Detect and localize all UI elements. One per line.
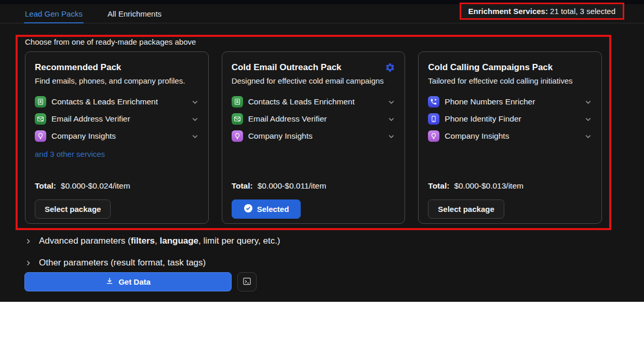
packages-heading: Choose from one of ready-made packages a… <box>25 37 609 46</box>
service-name: Phone Numbers Enricher <box>445 97 584 106</box>
service-row[interactable]: Phone Numbers Enricher <box>428 96 592 108</box>
select-package-label: Select package <box>438 205 494 213</box>
service-list: Phone Numbers Enricher Phone Identity Fi… <box>428 96 592 174</box>
chevron-right-icon <box>25 238 32 245</box>
pack-card-recommended: Recommended Pack Find emails, phones, an… <box>25 51 209 224</box>
total-label: Total: <box>232 181 253 190</box>
total-label: Total: <box>428 181 449 190</box>
selected-package-button[interactable]: Selected <box>232 199 301 219</box>
total-value: $0.000-$0.011/item <box>258 181 326 190</box>
chevron-down-icon[interactable] <box>584 115 592 123</box>
email-check-icon <box>35 113 46 125</box>
chevron-right-icon <box>25 260 32 266</box>
enrichment-app: Lead Gen Packs All Enrichments Enrichmen… <box>0 0 644 302</box>
terminal-icon <box>243 277 251 287</box>
service-name: Email Address Verifier <box>248 114 387 124</box>
service-name: Company Insights <box>248 131 387 141</box>
chevron-down-icon[interactable] <box>584 98 592 106</box>
pack-total: Total:$0.000-$0.024/item <box>35 181 199 191</box>
select-package-label: Select package <box>45 205 101 213</box>
tab-bar: Lead Gen Packs All Enrichments Enrichmen… <box>0 4 644 23</box>
mobile-phone-icon <box>428 113 439 125</box>
chevron-down-icon[interactable] <box>387 132 395 140</box>
pack-description: Designed for effective cold email campai… <box>232 76 396 85</box>
more-services-link[interactable]: and 3 other services <box>35 150 105 158</box>
pack-description: Tailored for effective cold calling init… <box>428 76 592 85</box>
pack-description: Find emails, phones, and company profile… <box>35 76 199 85</box>
lightbulb-icon <box>428 130 439 142</box>
total-value: $0.000-$0.013/item <box>454 181 524 190</box>
pack-cards: Recommended Pack Find emails, phones, an… <box>25 51 602 224</box>
gear-icon <box>385 66 395 74</box>
enrichment-services-summary: Enrichment Services: 21 total, 3 selecte… <box>460 3 625 20</box>
pack-title: Cold Email Outreach Pack <box>232 62 342 73</box>
other-parameters-expander[interactable]: Other parameters (result format, task ta… <box>25 258 644 268</box>
chevron-down-icon[interactable] <box>584 132 592 140</box>
tab-lead-gen-packs-label: Lead Gen Packs <box>25 9 83 18</box>
lightbulb-icon <box>232 130 243 142</box>
chevron-down-icon[interactable] <box>191 98 199 106</box>
select-package-button[interactable]: Select package <box>35 199 111 219</box>
chevron-down-icon[interactable] <box>387 115 395 123</box>
selected-package-label: Selected <box>257 205 289 213</box>
service-row[interactable]: Company Insights <box>428 130 592 142</box>
tab-lead-gen-packs[interactable]: Lead Gen Packs <box>24 4 84 23</box>
advanced-parameters-expander[interactable]: Advanced parameters (filters, language, … <box>25 236 644 246</box>
advanced-parameters-label: Advanced parameters (filters, language, … <box>39 236 280 246</box>
pack-total: Total:$0.000-$0.011/item <box>232 181 396 191</box>
page-bottom-whitespace <box>0 302 644 347</box>
packages-region: Choose from one of ready-made packages a… <box>16 35 611 230</box>
pack-title: Recommended Pack <box>35 62 121 73</box>
total-value: $0.000-$0.024/item <box>61 181 130 190</box>
pack-settings-button[interactable] <box>385 62 395 73</box>
service-name: Email Address Verifier <box>51 114 191 124</box>
service-name: Contacts & Leads Enrichment <box>248 97 387 106</box>
service-name: Phone Identity Finder <box>445 114 584 124</box>
terminal-button[interactable] <box>237 272 257 291</box>
tab-all-enrichments[interactable]: All Enrichments <box>106 4 163 23</box>
contacts-icon <box>232 96 243 108</box>
get-data-label: Get Data <box>118 277 151 286</box>
service-row[interactable]: Phone Identity Finder <box>428 113 592 125</box>
service-row[interactable]: Contacts & Leads Enrichment <box>35 96 199 108</box>
pack-total: Total:$0.000-$0.013/item <box>428 181 592 191</box>
service-list: Contacts & Leads Enrichment Email Addres… <box>232 96 396 174</box>
get-data-button[interactable]: Get Data <box>24 272 232 291</box>
total-label: Total: <box>35 181 56 190</box>
chevron-down-icon[interactable] <box>387 98 395 106</box>
service-row[interactable]: Contacts & Leads Enrichment <box>232 96 396 108</box>
service-name: Company Insights <box>51 131 191 141</box>
action-row: Get Data <box>24 272 257 291</box>
service-list: Contacts & Leads Enrichment Email Addres… <box>35 96 199 174</box>
select-package-button[interactable]: Select package <box>428 199 504 219</box>
chevron-down-icon[interactable] <box>191 132 199 140</box>
phone-add-icon <box>428 96 439 108</box>
chevron-down-icon[interactable] <box>191 115 199 123</box>
service-row[interactable]: Email Address Verifier <box>35 113 199 125</box>
service-row[interactable]: Company Insights <box>232 130 396 142</box>
summary-value: 21 total, 3 selected <box>550 7 615 16</box>
service-row[interactable]: Email Address Verifier <box>232 113 396 125</box>
contacts-icon <box>35 96 46 108</box>
pack-title: Cold Calling Campaigns Pack <box>428 62 553 73</box>
tab-all-enrichments-label: All Enrichments <box>108 9 162 18</box>
lightbulb-icon <box>35 130 46 142</box>
service-name: Company Insights <box>445 131 584 141</box>
service-name: Contacts & Leads Enrichment <box>51 97 191 106</box>
download-icon <box>105 277 114 287</box>
summary-label: Enrichment Services: <box>468 7 548 16</box>
email-check-icon <box>232 113 243 125</box>
other-parameters-label: Other parameters (result format, task ta… <box>39 258 206 268</box>
check-circle-icon <box>244 204 253 215</box>
service-row[interactable]: Company Insights <box>35 130 199 142</box>
pack-card-cold-email: Cold Email Outreach Pack Designed for ef… <box>222 51 406 224</box>
pack-card-cold-calling: Cold Calling Campaigns Pack Tailored for… <box>418 51 602 224</box>
